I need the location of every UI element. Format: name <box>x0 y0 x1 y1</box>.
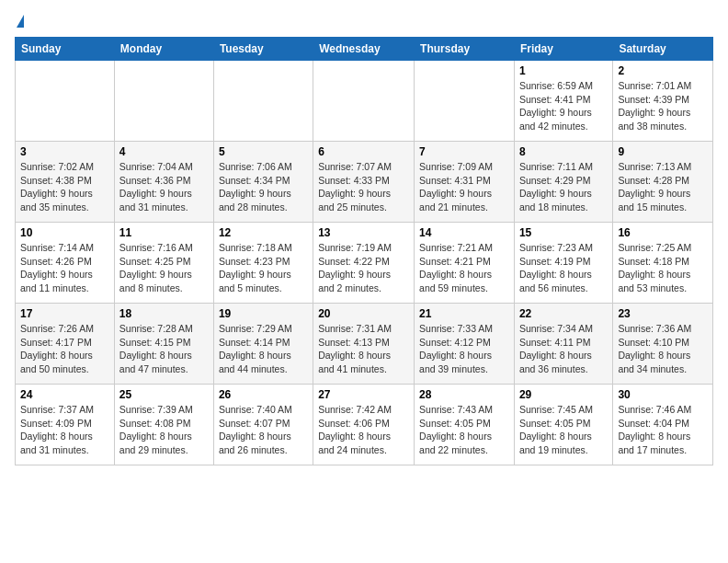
calendar-cell: 3Sunrise: 7:02 AM Sunset: 4:38 PM Daylig… <box>16 142 115 223</box>
day-info: Sunrise: 7:07 AM Sunset: 4:33 PM Dayligh… <box>318 160 409 214</box>
day-info: Sunrise: 7:16 AM Sunset: 4:25 PM Dayligh… <box>119 241 209 295</box>
day-info: Sunrise: 7:28 AM Sunset: 4:15 PM Dayligh… <box>119 322 209 376</box>
day-number: 28 <box>419 388 509 401</box>
calendar-cell: 16Sunrise: 7:25 AM Sunset: 4:18 PM Dayli… <box>613 223 713 304</box>
calendar-cell: 20Sunrise: 7:31 AM Sunset: 4:13 PM Dayli… <box>313 304 415 385</box>
calendar-cell: 9Sunrise: 7:13 AM Sunset: 4:28 PM Daylig… <box>613 142 713 223</box>
calendar-cell: 30Sunrise: 7:46 AM Sunset: 4:04 PM Dayli… <box>613 385 713 465</box>
calendar-cell: 28Sunrise: 7:43 AM Sunset: 4:05 PM Dayli… <box>415 385 515 465</box>
day-info: Sunrise: 7:23 AM Sunset: 4:19 PM Dayligh… <box>519 241 608 295</box>
day-number: 3 <box>20 145 109 158</box>
calendar-day-header: Saturday <box>613 38 713 61</box>
day-info: Sunrise: 7:18 AM Sunset: 4:23 PM Dayligh… <box>219 241 308 295</box>
calendar-cell: 1Sunrise: 6:59 AM Sunset: 4:41 PM Daylig… <box>514 61 612 142</box>
day-number: 24 <box>20 388 109 401</box>
logo-triangle-icon <box>17 15 24 28</box>
calendar-day-header: Thursday <box>415 38 515 61</box>
calendar-cell: 12Sunrise: 7:18 AM Sunset: 4:23 PM Dayli… <box>213 223 313 304</box>
day-info: Sunrise: 7:42 AM Sunset: 4:06 PM Dayligh… <box>318 403 409 457</box>
calendar-cell: 25Sunrise: 7:39 AM Sunset: 4:08 PM Dayli… <box>114 385 213 465</box>
day-info: Sunrise: 7:19 AM Sunset: 4:22 PM Dayligh… <box>318 241 409 295</box>
day-number: 4 <box>119 145 209 158</box>
calendar-cell <box>313 61 415 142</box>
day-number: 2 <box>618 64 708 77</box>
day-info: Sunrise: 7:29 AM Sunset: 4:14 PM Dayligh… <box>219 322 308 376</box>
day-number: 17 <box>20 307 109 320</box>
day-number: 1 <box>519 64 608 77</box>
day-number: 22 <box>519 307 608 320</box>
day-info: Sunrise: 7:04 AM Sunset: 4:36 PM Dayligh… <box>119 160 209 214</box>
day-info: Sunrise: 7:46 AM Sunset: 4:04 PM Dayligh… <box>618 403 708 457</box>
calendar-week-row: 24Sunrise: 7:37 AM Sunset: 4:09 PM Dayli… <box>16 385 713 465</box>
calendar-day-header: Tuesday <box>213 38 313 61</box>
day-number: 30 <box>618 388 708 401</box>
day-info: Sunrise: 7:06 AM Sunset: 4:34 PM Dayligh… <box>219 160 308 214</box>
day-number: 21 <box>419 307 509 320</box>
day-number: 25 <box>119 388 209 401</box>
day-number: 29 <box>519 388 608 401</box>
day-info: Sunrise: 7:37 AM Sunset: 4:09 PM Dayligh… <box>20 403 109 457</box>
day-info: Sunrise: 7:01 AM Sunset: 4:39 PM Dayligh… <box>618 79 708 133</box>
calendar-cell: 24Sunrise: 7:37 AM Sunset: 4:09 PM Dayli… <box>16 385 115 465</box>
day-number: 19 <box>219 307 308 320</box>
calendar-week-row: 1Sunrise: 6:59 AM Sunset: 4:41 PM Daylig… <box>16 61 713 142</box>
day-info: Sunrise: 7:13 AM Sunset: 4:28 PM Dayligh… <box>618 160 708 214</box>
calendar-cell: 8Sunrise: 7:11 AM Sunset: 4:29 PM Daylig… <box>514 142 612 223</box>
day-info: Sunrise: 7:26 AM Sunset: 4:17 PM Dayligh… <box>20 322 109 376</box>
day-number: 12 <box>219 226 308 239</box>
day-number: 10 <box>20 226 109 239</box>
day-number: 13 <box>318 226 409 239</box>
calendar-day-header: Wednesday <box>313 38 415 61</box>
calendar-day-header: Sunday <box>16 38 115 61</box>
day-number: 16 <box>618 226 708 239</box>
calendar-cell <box>16 61 115 142</box>
day-info: Sunrise: 7:39 AM Sunset: 4:08 PM Dayligh… <box>119 403 209 457</box>
page-header <box>15 15 713 28</box>
calendar-cell <box>114 61 213 142</box>
day-info: Sunrise: 7:45 AM Sunset: 4:05 PM Dayligh… <box>519 403 608 457</box>
calendar-cell: 29Sunrise: 7:45 AM Sunset: 4:05 PM Dayli… <box>514 385 612 465</box>
calendar-cell: 27Sunrise: 7:42 AM Sunset: 4:06 PM Dayli… <box>313 385 415 465</box>
day-info: Sunrise: 7:09 AM Sunset: 4:31 PM Dayligh… <box>419 160 509 214</box>
day-info: Sunrise: 7:34 AM Sunset: 4:11 PM Dayligh… <box>519 322 608 376</box>
calendar-cell: 10Sunrise: 7:14 AM Sunset: 4:26 PM Dayli… <box>16 223 115 304</box>
calendar-cell: 19Sunrise: 7:29 AM Sunset: 4:14 PM Dayli… <box>213 304 313 385</box>
calendar-week-row: 17Sunrise: 7:26 AM Sunset: 4:17 PM Dayli… <box>16 304 713 385</box>
day-number: 18 <box>119 307 209 320</box>
day-number: 27 <box>318 388 409 401</box>
calendar-table: SundayMondayTuesdayWednesdayThursdayFrid… <box>15 37 713 465</box>
calendar-cell: 14Sunrise: 7:21 AM Sunset: 4:21 PM Dayli… <box>415 223 515 304</box>
day-info: Sunrise: 7:25 AM Sunset: 4:18 PM Dayligh… <box>618 241 708 295</box>
calendar-cell: 21Sunrise: 7:33 AM Sunset: 4:12 PM Dayli… <box>415 304 515 385</box>
day-number: 14 <box>419 226 509 239</box>
calendar-cell: 6Sunrise: 7:07 AM Sunset: 4:33 PM Daylig… <box>313 142 415 223</box>
day-info: Sunrise: 7:36 AM Sunset: 4:10 PM Dayligh… <box>618 322 708 376</box>
calendar-day-header: Friday <box>514 38 612 61</box>
day-info: Sunrise: 7:14 AM Sunset: 4:26 PM Dayligh… <box>20 241 109 295</box>
calendar-week-row: 10Sunrise: 7:14 AM Sunset: 4:26 PM Dayli… <box>16 223 713 304</box>
day-number: 26 <box>219 388 308 401</box>
calendar-cell: 13Sunrise: 7:19 AM Sunset: 4:22 PM Dayli… <box>313 223 415 304</box>
day-number: 23 <box>618 307 708 320</box>
day-info: Sunrise: 7:31 AM Sunset: 4:13 PM Dayligh… <box>318 322 409 376</box>
logo <box>15 15 24 28</box>
calendar-header-row: SundayMondayTuesdayWednesdayThursdayFrid… <box>16 38 713 61</box>
calendar-cell: 2Sunrise: 7:01 AM Sunset: 4:39 PM Daylig… <box>613 61 713 142</box>
calendar-cell: 18Sunrise: 7:28 AM Sunset: 4:15 PM Dayli… <box>114 304 213 385</box>
calendar-cell: 4Sunrise: 7:04 AM Sunset: 4:36 PM Daylig… <box>114 142 213 223</box>
calendar-cell: 11Sunrise: 7:16 AM Sunset: 4:25 PM Dayli… <box>114 223 213 304</box>
calendar-week-row: 3Sunrise: 7:02 AM Sunset: 4:38 PM Daylig… <box>16 142 713 223</box>
day-number: 7 <box>419 145 509 158</box>
day-info: Sunrise: 7:40 AM Sunset: 4:07 PM Dayligh… <box>219 403 308 457</box>
day-info: Sunrise: 7:11 AM Sunset: 4:29 PM Dayligh… <box>519 160 608 214</box>
day-info: Sunrise: 6:59 AM Sunset: 4:41 PM Dayligh… <box>519 79 608 133</box>
calendar-cell <box>415 61 515 142</box>
calendar-cell: 5Sunrise: 7:06 AM Sunset: 4:34 PM Daylig… <box>213 142 313 223</box>
day-info: Sunrise: 7:33 AM Sunset: 4:12 PM Dayligh… <box>419 322 509 376</box>
calendar-cell: 23Sunrise: 7:36 AM Sunset: 4:10 PM Dayli… <box>613 304 713 385</box>
day-number: 15 <box>519 226 608 239</box>
day-number: 6 <box>318 145 409 158</box>
calendar-cell: 22Sunrise: 7:34 AM Sunset: 4:11 PM Dayli… <box>514 304 612 385</box>
calendar-cell: 17Sunrise: 7:26 AM Sunset: 4:17 PM Dayli… <box>16 304 115 385</box>
day-number: 20 <box>318 307 409 320</box>
